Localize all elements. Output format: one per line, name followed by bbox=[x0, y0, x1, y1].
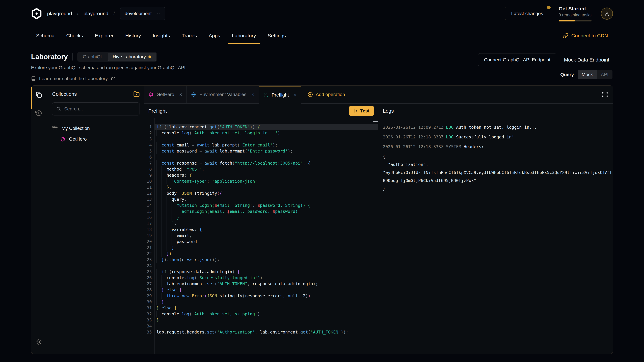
line-number: 12 bbox=[144, 190, 154, 196]
line-number: 1 bbox=[144, 124, 154, 130]
tab-label: Environment Variables bbox=[200, 92, 246, 97]
code-line[interactable]: console.log('Auth token not set, loggin … bbox=[154, 130, 378, 136]
page-title: Laboratory bbox=[31, 53, 68, 61]
code-line[interactable] bbox=[154, 323, 378, 329]
connect-graphql-api-endpoint-button[interactable]: Connect GraphQL API Endpoint bbox=[478, 53, 556, 66]
folder-open-icon bbox=[52, 125, 58, 131]
code-line[interactable]: console.log('Auth token set, skipping') bbox=[154, 311, 378, 317]
tab-label: Preflight bbox=[272, 92, 289, 98]
code-line[interactable]: query: ` bbox=[154, 196, 378, 202]
get-started-title: Get Started bbox=[559, 6, 592, 11]
hive-logo-icon[interactable] bbox=[31, 8, 42, 19]
fullscreen-button[interactable] bbox=[602, 91, 608, 98]
code-line[interactable]: } else { bbox=[154, 287, 378, 293]
code-line[interactable]: }).then(r => r.json()); bbox=[154, 257, 378, 263]
code-line[interactable]: if (!lab.environment.get("AUTH_TOKEN")) … bbox=[154, 124, 378, 130]
mock-data-endpoint-button[interactable]: Mock Data Endpoint bbox=[564, 57, 609, 63]
editor-code[interactable]: if (!lab.environment.get("AUTH_TOKEN")) … bbox=[154, 124, 378, 335]
new-collection-button[interactable] bbox=[133, 91, 140, 97]
log-entry: 2026-01-26T12:12:09.271Z LOG Auth token … bbox=[383, 124, 613, 130]
code-line[interactable] bbox=[154, 154, 378, 160]
query-mode-api[interactable]: API bbox=[597, 70, 612, 79]
collections-rail-button[interactable] bbox=[35, 91, 42, 99]
nav-tab-settings[interactable]: Settings bbox=[268, 27, 286, 44]
code-line[interactable]: throw new Error(JSON.stringify(response.… bbox=[154, 293, 378, 299]
nav-tab-schema[interactable]: Schema bbox=[36, 27, 54, 44]
nav-tab-insights[interactable]: Insights bbox=[152, 27, 170, 44]
code-line[interactable]: const email = await lab.prompt('Enter em… bbox=[154, 142, 378, 148]
target-selector[interactable]: development bbox=[120, 7, 165, 20]
folder-plus-icon bbox=[133, 91, 140, 97]
get-started-widget[interactable]: Get Started 3 remaining tasks bbox=[559, 6, 592, 21]
code-line[interactable]: mutation Login($email: String!, $passwor… bbox=[154, 202, 378, 209]
code-line[interactable]: method: "POST", bbox=[154, 166, 378, 172]
tab-environment-variables[interactable]: Environment Variables × bbox=[187, 86, 259, 103]
history-rail-button[interactable] bbox=[35, 109, 42, 117]
code-line[interactable]: adminLogin(email: $email, password: $pas… bbox=[154, 209, 378, 215]
mode-option-graphiql[interactable]: GraphiQL bbox=[78, 54, 108, 59]
learn-more-link[interactable]: Learn more about the Laboratory bbox=[31, 76, 613, 81]
nav-tab-explorer[interactable]: Explorer bbox=[95, 27, 114, 44]
code-line[interactable]: lab.environment.set("AUTH_TOKEN", respon… bbox=[154, 281, 378, 287]
settings-rail-button[interactable] bbox=[35, 338, 42, 346]
code-line[interactable]: }, bbox=[154, 184, 378, 190]
latest-changes-button[interactable]: Latest changes bbox=[505, 7, 549, 20]
script-icon bbox=[263, 92, 268, 97]
close-icon[interactable]: × bbox=[294, 92, 297, 98]
breadcrumb-project[interactable]: playground bbox=[84, 11, 108, 16]
code-line[interactable]: headers: { bbox=[154, 172, 378, 178]
query-label: Query bbox=[560, 72, 574, 77]
code-line[interactable]: `, bbox=[154, 221, 378, 227]
nav-tab-checks[interactable]: Checks bbox=[66, 27, 83, 44]
code-line[interactable]: const response = await fetch("http://loc… bbox=[154, 160, 378, 166]
code-line[interactable] bbox=[154, 136, 378, 142]
nav-tab-laboratory[interactable]: Laboratory bbox=[232, 27, 256, 44]
code-line[interactable]: } bbox=[154, 215, 378, 221]
code-line[interactable]: if (response.data.adminLogin) { bbox=[154, 269, 378, 275]
nav-tab-traces[interactable]: Traces bbox=[182, 27, 197, 44]
code-line[interactable]: } bbox=[154, 299, 378, 305]
search-input[interactable] bbox=[64, 106, 136, 112]
code-line[interactable]: } bbox=[154, 245, 378, 251]
tab-gethero[interactable]: GetHero × bbox=[144, 86, 187, 103]
add-operation-button[interactable]: Add operation bbox=[308, 86, 345, 103]
query-mode-mock[interactable]: Mock bbox=[578, 70, 597, 79]
code-line[interactable]: }) bbox=[154, 251, 378, 257]
close-icon[interactable]: × bbox=[179, 92, 182, 97]
collection-folder-row[interactable]: My Collection bbox=[52, 124, 140, 132]
code-line[interactable]: email, bbox=[154, 233, 378, 239]
line-number: 30 bbox=[144, 299, 154, 305]
collection-folder-label: My Collection bbox=[62, 126, 90, 131]
mode-option-hive-laboratory[interactable]: Hive Laboratory bbox=[108, 53, 156, 61]
test-button[interactable]: Test bbox=[349, 106, 374, 116]
code-line[interactable] bbox=[154, 263, 378, 269]
line-number: 20 bbox=[144, 239, 154, 245]
user-avatar[interactable] bbox=[601, 7, 613, 19]
code-line[interactable]: } else { bbox=[154, 305, 378, 311]
preflight-header: Preflight Test bbox=[144, 104, 378, 118]
code-line[interactable]: variables: { bbox=[154, 227, 378, 233]
breadcrumb-org[interactable]: playground bbox=[47, 11, 72, 16]
line-number: 34 bbox=[144, 323, 154, 329]
nav-tab-history[interactable]: History bbox=[125, 27, 141, 44]
close-icon[interactable]: × bbox=[252, 92, 254, 97]
code-line[interactable]: } bbox=[154, 317, 378, 323]
tab-preflight[interactable]: Preflight × bbox=[259, 86, 301, 104]
operation-row-gethero[interactable]: GetHero bbox=[60, 135, 140, 143]
code-line[interactable]: const password = await lab.prompt('Enter… bbox=[154, 148, 378, 154]
collections-search[interactable] bbox=[52, 102, 140, 115]
code-line[interactable]: password bbox=[154, 239, 378, 245]
graphql-icon bbox=[60, 137, 65, 142]
add-operation-label: Add operation bbox=[316, 92, 345, 97]
editor-content-row: 1234567891011121314151617181920212223242… bbox=[144, 118, 613, 354]
preflight-script-editor[interactable]: 1234567891011121314151617181920212223242… bbox=[144, 118, 378, 354]
code-line[interactable]: console.log('Successfully logged in!') bbox=[154, 275, 378, 281]
plus-circle-icon bbox=[308, 92, 313, 97]
code-line[interactable]: lab.request.headers.set('Authorization',… bbox=[154, 329, 378, 335]
code-line[interactable]: 'Content-Type': 'application/json' bbox=[154, 178, 378, 184]
nav-tab-apps[interactable]: Apps bbox=[209, 27, 220, 44]
line-number: 13 bbox=[144, 196, 154, 202]
editor-scrollbar-thumb[interactable] bbox=[373, 121, 378, 122]
connect-cdn-link[interactable]: Connect to CDN bbox=[563, 33, 608, 38]
code-line[interactable]: body: JSON.stringify({ bbox=[154, 190, 378, 196]
